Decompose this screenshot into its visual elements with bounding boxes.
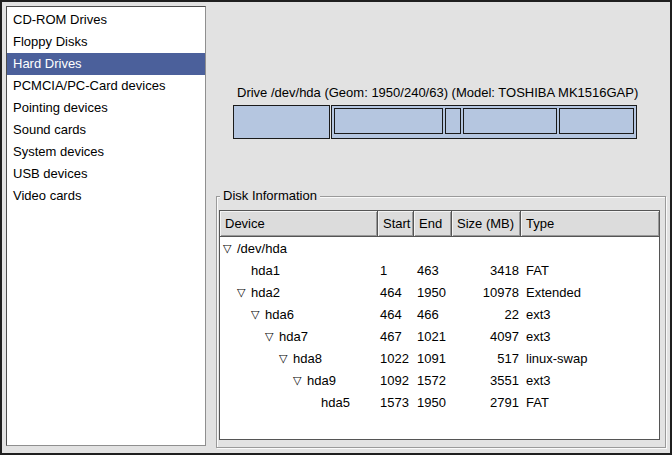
column-header-start[interactable]: Start — [378, 211, 414, 236]
sidebar-item-label: USB devices — [13, 166, 87, 181]
sidebar-item-label: CD-ROM Drives — [13, 12, 107, 27]
start-cell: 464 — [378, 285, 414, 300]
expander-icon[interactable]: ▽ — [293, 373, 307, 387]
type-cell: Extended — [521, 285, 659, 300]
partition-segment-hda1 — [233, 105, 330, 139]
device-name: hda9 — [307, 373, 336, 388]
tree-indent — [223, 270, 237, 271]
device-name: hda8 — [293, 351, 322, 366]
expander-icon[interactable]: ▽ — [237, 285, 251, 299]
end-cell: 463 — [414, 263, 452, 278]
start-cell: 1022 — [378, 351, 414, 366]
table-row-hda2[interactable]: ▽ hda2 464 1950 10978 Extended — [220, 281, 659, 303]
expander-icon[interactable]: ▽ — [279, 351, 293, 365]
table-row-hda7[interactable]: ▽ hda7 467 1021 4097 ext3 — [220, 325, 659, 347]
column-header-device[interactable]: Device — [220, 211, 378, 236]
table-row-hda1[interactable]: hda1 1 463 3418 FAT — [220, 259, 659, 281]
size-cell: 3551 — [452, 373, 521, 388]
device-cell: ▽ hda2 — [220, 285, 378, 300]
table-row--dev-hda[interactable]: ▽ /dev/hda — [220, 237, 659, 259]
type-cell: ext3 — [521, 373, 659, 388]
sidebar-item-cd-rom-drives[interactable]: CD-ROM Drives — [7, 9, 205, 31]
type-cell: linux-swap — [521, 351, 659, 366]
device-name: hda5 — [321, 395, 350, 410]
expander-icon[interactable]: ▽ — [265, 329, 279, 343]
hardware-browser-window: CD-ROM Drives Floppy Disks Hard Drives P… — [0, 0, 672, 455]
partition-segment-hda5 — [559, 108, 634, 134]
sidebar-item-floppy-disks[interactable]: Floppy Disks — [7, 31, 205, 53]
device-cell: ▽ hda7 — [220, 329, 378, 344]
disk-information-table: Device Start End Size (MB) Type ▽ /dev/h… — [219, 210, 660, 440]
sidebar-item-pointing-devices[interactable]: Pointing devices — [7, 97, 205, 119]
device-cell: ▽ /dev/hda — [220, 241, 378, 256]
size-cell: 517 — [452, 351, 521, 366]
start-cell: 1573 — [378, 395, 414, 410]
partition-strip — [233, 105, 637, 139]
start-cell: 464 — [378, 307, 414, 322]
sidebar-item-label: Video cards — [13, 188, 81, 203]
size-cell: 3418 — [452, 263, 521, 278]
end-cell: 1091 — [414, 351, 452, 366]
start-cell: 1092 — [378, 373, 414, 388]
type-cell: ext3 — [521, 307, 659, 322]
device-cell: ▽ hda9 — [220, 373, 378, 388]
device-name: hda1 — [251, 263, 280, 278]
tree-indent — [223, 358, 279, 359]
size-cell: 10978 — [452, 285, 521, 300]
sidebar-item-label: PCMCIA/PC-Card devices — [13, 78, 165, 93]
tree-indent — [223, 380, 293, 381]
device-name: hda2 — [251, 285, 280, 300]
sidebar-item-label: Pointing devices — [13, 100, 108, 115]
column-header-type[interactable]: Type — [521, 211, 659, 236]
device-cell: ▽ hda6 — [220, 307, 378, 322]
sidebar-item-usb-devices[interactable]: USB devices — [7, 163, 205, 185]
column-header-end[interactable]: End — [414, 211, 452, 236]
table-row-hda9[interactable]: ▽ hda9 1092 1572 3551 ext3 — [220, 369, 659, 391]
disk-information-label: Disk Information — [220, 188, 320, 203]
size-cell: 2791 — [452, 395, 521, 410]
sidebar-item-system-devices[interactable]: System devices — [7, 141, 205, 163]
sidebar-item-label: Sound cards — [13, 122, 86, 137]
table-row-hda5[interactable]: hda5 1573 1950 2791 FAT — [220, 391, 659, 413]
tree-indent — [223, 292, 237, 293]
column-header-size[interactable]: Size (MB) — [452, 211, 521, 236]
end-cell: 1021 — [414, 329, 452, 344]
expander-icon[interactable]: ▽ — [251, 307, 265, 321]
expander-icon[interactable]: ▽ — [223, 241, 237, 255]
table-row-hda6[interactable]: ▽ hda6 464 466 22 ext3 — [220, 303, 659, 325]
partition-segment-hda9 — [463, 108, 557, 134]
table-header: Device Start End Size (MB) Type — [220, 211, 659, 237]
partition-segment-hda8 — [445, 108, 460, 134]
device-cell: ▽ hda8 — [220, 351, 378, 366]
start-cell: 467 — [378, 329, 414, 344]
end-cell: 466 — [414, 307, 452, 322]
end-cell: 1950 — [414, 285, 452, 300]
type-cell: FAT — [521, 263, 659, 278]
end-cell: 1572 — [414, 373, 452, 388]
sidebar-item-hard-drives[interactable]: Hard Drives — [7, 53, 205, 75]
table-row-hda8[interactable]: ▽ hda8 1022 1091 517 linux-swap — [220, 347, 659, 369]
end-cell: 1950 — [414, 395, 452, 410]
size-cell: 22 — [452, 307, 521, 322]
tree-indent — [223, 336, 265, 337]
device-name: /dev/hda — [237, 241, 287, 256]
sidebar-item-label: System devices — [13, 144, 104, 159]
start-cell: 1 — [378, 263, 414, 278]
type-cell: ext3 — [521, 329, 659, 344]
device-cell: hda5 — [220, 395, 378, 410]
table-body: ▽ /dev/hda hda1 1 463 3418 FAT ▽ hda2 46… — [220, 237, 659, 413]
tree-indent — [223, 402, 307, 403]
extended-partition-container — [331, 105, 637, 139]
sidebar-item-video-cards[interactable]: Video cards — [7, 185, 205, 207]
sidebar-item-pcmcia-pc-card-devices[interactable]: PCMCIA/PC-Card devices — [7, 75, 205, 97]
device-name: hda7 — [279, 329, 308, 344]
drive-title: Drive /dev/hda (Geom: 1950/240/63) (Mode… — [237, 85, 638, 100]
tree-indent — [223, 314, 251, 315]
sidebar-item-label: Hard Drives — [13, 56, 82, 71]
partition-segment-hda7 — [334, 108, 443, 134]
type-cell: FAT — [521, 395, 659, 410]
sidebar-item-sound-cards[interactable]: Sound cards — [7, 119, 205, 141]
device-category-list[interactable]: CD-ROM Drives Floppy Disks Hard Drives P… — [6, 6, 206, 446]
device-name: hda6 — [265, 307, 294, 322]
device-cell: hda1 — [220, 263, 378, 278]
